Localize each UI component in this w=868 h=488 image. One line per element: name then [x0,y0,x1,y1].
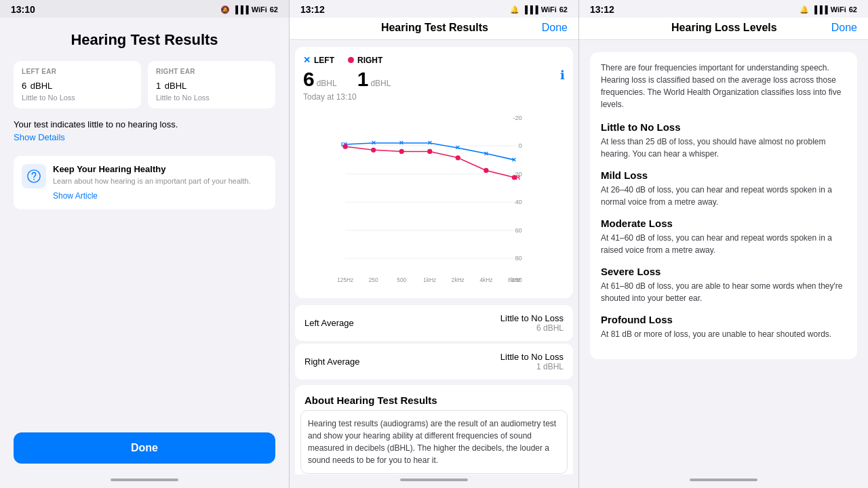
home-indicator-3 [579,474,868,488]
left-ear-card: LEFT EAR 6 dBHL Little to No Loss [14,61,141,108]
right-dot-icon [348,57,354,63]
article-desc: Learn about how hearing is an important … [53,176,251,186]
svg-text:0: 0 [519,142,522,149]
level-0-title: Little to No Loss [601,121,846,133]
left-dbhl-unit: dBHL [317,79,337,88]
svg-text:-20: -20 [513,115,521,121]
svg-text:✕: ✕ [399,140,404,146]
about-text: Hearing test results (audiograms) are th… [300,410,568,474]
level-1-desc: At 26–40 dB of loss, you can hear and re… [601,184,846,208]
wifi-icon: WiFi [252,5,267,14]
svg-point-0 [28,170,40,182]
svg-text:R: R [515,174,520,181]
p2-title: Hearing Test Results [328,22,542,34]
about-title: About Hearing Test Results [295,385,573,410]
status-icons-2: 🔔 ▐▐▐ WiFi 62 [510,5,568,14]
right-legend: RIGHT [348,55,382,65]
level-4: Profound Loss At 81 dB or more of loss, … [601,314,846,340]
svg-point-34 [484,168,488,173]
p2-scroll[interactable]: ✕ LEFT RIGHT 6 dBHL 1 dBHL ℹ [290,40,578,474]
hearing-icon [26,169,41,184]
bell-icon-3: 🔔 [800,5,809,14]
left-legend-label: LEFT [314,56,334,65]
p3-done-btn[interactable]: Done [831,22,857,34]
level-1-title: Mild Loss [601,169,846,181]
level-3-title: Severe Loss [601,266,846,277]
battery-icon-2: 62 [559,5,568,14]
home-bar-2 [400,479,468,481]
signal-icon: ▐▐▐ [233,5,248,14]
left-ear-value: 6 dBHL [22,77,133,92]
svg-text:✕: ✕ [371,140,376,146]
audiogram-svg: -20 0 20 40 60 80 100 125Hz 250 [303,107,565,290]
time-1: 13:10 [11,4,35,15]
about-section: About Hearing Test Results Hearing test … [295,385,573,474]
wifi-icon-3: WiFi [831,5,846,14]
right-ear-card: RIGHT EAR 1 dBHL Little to No Loss [148,61,275,108]
svg-text:2kHz: 2kHz [452,277,465,283]
right-avg-status: Little to No Loss [500,352,564,362]
hearing-values: 6 dBHL 1 dBHL ℹ [303,68,565,91]
status-bar-3: 13:12 🔔 ▐▐▐ WiFi 62 [579,0,868,18]
right-val-item: 1 dBHL [357,68,391,91]
show-article-link[interactable]: Show Article [53,191,98,201]
svg-text:✕: ✕ [427,140,433,146]
time-2: 13:12 [300,4,325,15]
svg-text:125Hz: 125Hz [337,277,353,283]
svg-text:✕: ✕ [511,157,517,163]
p3-title: Hearing Loss Levels [617,22,831,34]
svg-point-29 [343,144,348,149]
right-ear-number: 1 [156,81,161,91]
audiogram-card: ✕ LEFT RIGHT 6 dBHL 1 dBHL ℹ [295,47,573,298]
show-details-link[interactable]: Show Details [14,132,275,142]
info-icon[interactable]: ℹ [560,68,565,91]
svg-point-32 [427,149,432,154]
left-avg-value: 6 dBHL [500,323,564,333]
svg-text:250: 250 [369,277,378,283]
panel-3: 13:12 🔔 ▐▐▐ WiFi 62 Hearing Loss Levels … [579,0,868,488]
svg-text:1kHz: 1kHz [423,277,436,283]
level-2-title: Moderate Loss [601,218,846,229]
article-title: Keep Your Hearing Healthy [53,164,251,174]
legend: ✕ LEFT RIGHT [303,55,565,65]
right-ear-desc: Little to No Loss [156,94,267,102]
svg-text:✕: ✕ [484,150,489,157]
level-1: Mild Loss At 26–40 dB of loss, you can h… [601,169,846,208]
left-ear-unit: dBHL [31,81,53,91]
level-0: Little to No Loss At less than 25 dB of … [601,121,846,160]
status-icons-1: 🔕 ▐▐▐ WiFi 62 [220,5,278,14]
left-val-item: 6 dBHL [303,68,337,91]
done-button-1[interactable]: Done [14,432,275,464]
home-bar-3 [690,479,757,481]
ear-cards: LEFT EAR 6 dBHL Little to No Loss RIGHT … [14,61,275,108]
level-2-desc: At 41–60 dB of loss, you can hear and re… [601,232,846,256]
home-indicator-2 [290,474,578,488]
summary-text: Your test indicates little to no hearing… [14,119,275,129]
right-avg-label: Right Average [304,357,359,367]
left-ear-label: LEFT EAR [22,68,133,75]
right-ear-unit: dBHL [165,81,187,91]
svg-point-1 [33,179,35,180]
left-avg-right: Little to No Loss 6 dBHL [500,313,564,333]
panel-1: 13:10 🔕 ▐▐▐ WiFi 62 Hearing Test Results… [0,0,290,488]
page-title-1: Hearing Test Results [14,31,275,49]
right-avg-value: 1 dBHL [500,362,564,371]
p2-header: Hearing Test Results Done [290,18,578,40]
right-avg-right: Little to No Loss 1 dBHL [500,352,564,371]
p3-scroll[interactable]: There are four frequencies important for… [579,40,868,474]
panel1-content: Hearing Test Results LEFT EAR 6 dBHL Lit… [0,18,289,474]
wifi-icon-2: WiFi [541,5,557,14]
status-icons-3: 🔔 ▐▐▐ WiFi 62 [800,5,857,14]
left-ear-number: 6 [22,81,26,91]
battery-icon: 62 [270,5,278,14]
left-legend: ✕ LEFT [303,55,334,65]
battery-icon-3: 62 [849,5,857,14]
right-legend-label: RIGHT [357,56,382,65]
svg-text:✕: ✕ [455,144,460,151]
signal-icon-2: ▐▐▐ [522,5,538,14]
level-4-title: Profound Loss [601,314,846,325]
level-3: Severe Loss At 61–80 dB of loss, you are… [601,266,846,304]
bell-icon-2: 🔔 [510,5,519,14]
p3-intro: There are four frequencies important for… [601,62,846,110]
p2-done-btn[interactable]: Done [542,22,568,34]
